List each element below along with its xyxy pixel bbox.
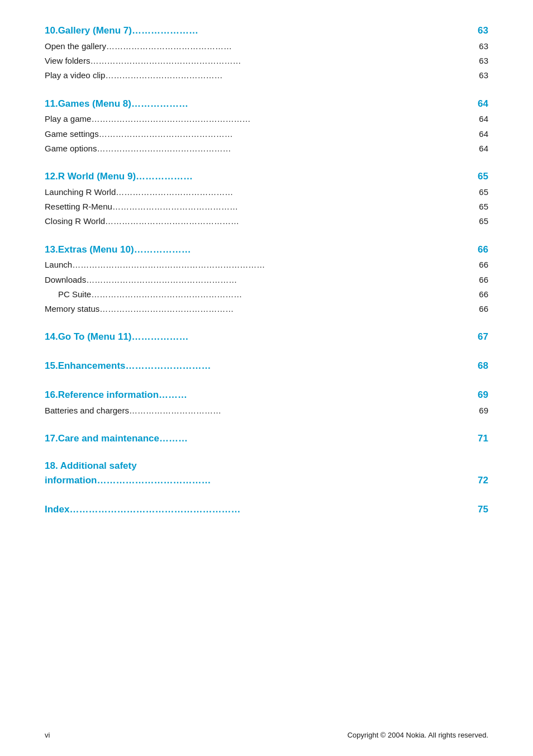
toc-item-page: 64 [477, 141, 488, 156]
toc-item-label: Downloads [45, 273, 86, 287]
toc-heading-enhancements[interactable]: 15.Enhancements ……………………… 68 [45, 358, 488, 374]
list-item[interactable]: Memory status ………………………………………… 66 [45, 302, 488, 316]
toc-heading-index[interactable]: Index ……………………………………………… 75 [45, 501, 488, 518]
list-item[interactable]: Play a video clip …………………………………… 63 [45, 68, 488, 83]
toc-item-dots: ………………………………………… [99, 302, 475, 316]
toc-item-page: 65 [477, 214, 488, 229]
toc-heading-dots: ……… [159, 387, 475, 403]
toc-item-label: Game options [45, 141, 97, 156]
toc-item-dots: ……………………………………………… [86, 273, 475, 287]
toc-item-label: Game settings [45, 127, 99, 141]
toc-item-dots: ………………………………………… [97, 141, 475, 156]
toc-heading-label: 15.Enhancements [45, 358, 126, 374]
toc-item-dots: ……………………………………………… [90, 54, 475, 68]
toc-heading-label: 17.Care and maintenance [45, 430, 159, 447]
toc-heading-page: 69 [477, 387, 488, 403]
toc-item-page: 63 [477, 54, 488, 68]
page: 10.Gallery (Menu 7) ………………… 63 Open the … [0, 0, 533, 756]
footer-copyright: Copyright © 2004 Nokia. All rights reser… [348, 731, 488, 739]
list-item[interactable]: Resetting R-Menu ……………………………………… 65 [45, 199, 488, 214]
toc-item-label: Batteries and chargers [45, 403, 129, 418]
toc-item-dots: …………………………… [129, 403, 475, 418]
toc-heading-line2-row: information ……………………………… 72 [45, 472, 488, 489]
toc-item-label: PC Suite [58, 287, 91, 302]
toc-item-label: Open the gallery [45, 39, 106, 54]
toc-heading-dots: ……………… [136, 168, 475, 185]
toc-item-page: 65 [477, 185, 488, 199]
footer-page-label: vi [45, 731, 50, 739]
toc-section-index: Index ……………………………………………… 75 [45, 501, 488, 518]
toc-section-rworld: 12.R World (Menu 9) ……………… 65 Launching … [45, 168, 488, 229]
toc-heading-dots: ……………………… [126, 358, 475, 374]
toc-heading-reference[interactable]: 16.Reference information ……… 69 [45, 387, 488, 403]
toc-item-page: 65 [477, 199, 488, 214]
toc-section-extras: 13.Extras (Menu 10) ……………… 66 Launch ………… [45, 241, 488, 317]
toc-heading-label: 12.R World (Menu 9) [45, 168, 136, 185]
toc-item-label: Memory status [45, 302, 99, 316]
list-item[interactable]: Downloads ……………………………………………… 66 [45, 273, 488, 287]
list-item[interactable]: Batteries and chargers …………………………… 69 [45, 403, 488, 418]
list-item[interactable]: Open the gallery ……………………………………… 63 [45, 39, 488, 54]
toc-item-page: 64 [477, 127, 488, 141]
list-item[interactable]: Closing R World ………………………………………… 65 [45, 214, 488, 229]
toc-item-dots: ………………………………………… [105, 214, 475, 229]
list-item[interactable]: Game settings ………………………………………… 64 [45, 127, 488, 141]
toc-heading-games[interactable]: 11.Games (Menu 8) ……………… 64 [45, 96, 488, 112]
toc-item-dots: …………………………………… [105, 68, 475, 83]
list-item[interactable]: Play a game ………………………………………………… 64 [45, 112, 488, 126]
toc-heading-dots: ……… [159, 430, 475, 447]
toc-heading-page: 75 [477, 501, 488, 518]
toc-heading-label: 10.Gallery (Menu 7) [45, 22, 132, 39]
toc-heading-page: 63 [477, 22, 488, 39]
toc-item-dots: ……………………………………… [112, 199, 475, 214]
toc-item-label: Resetting R-Menu [45, 199, 112, 214]
toc-item-dots: …………………………………… [116, 185, 475, 199]
toc-section-games: 11.Games (Menu 8) ……………… 64 Play a game … [45, 96, 488, 156]
toc-heading-dots: ………………… [132, 22, 475, 39]
toc-heading-page: 65 [477, 168, 488, 185]
toc-item-page: 66 [477, 302, 488, 316]
toc-item-label: Launch [45, 258, 72, 272]
toc-item-dots: ………………………………………… [99, 127, 475, 141]
list-item[interactable]: PC Suite ……………………………………………… 66 [45, 287, 488, 302]
toc-section-additional: 18. Additional safety information ………………… [45, 459, 488, 489]
list-item[interactable]: Launch …………………………………………………………… 66 [45, 258, 488, 272]
list-item[interactable]: Game options ………………………………………… 64 [45, 141, 488, 156]
toc-heading-page: 67 [477, 329, 488, 345]
toc-item-dots: ………………………………………………… [91, 112, 475, 126]
toc-heading-dots: ……………… [131, 96, 475, 112]
toc-heading-care[interactable]: 17.Care and maintenance ……… 71 [45, 430, 488, 447]
toc-item-page: 66 [477, 273, 488, 287]
toc-heading-label: 16.Reference information [45, 387, 159, 403]
list-item[interactable]: View folders ……………………………………………… 63 [45, 54, 488, 68]
toc-heading-label: Index [45, 501, 69, 518]
toc-heading-page: 71 [477, 430, 488, 447]
toc-item-page: 69 [477, 403, 488, 418]
toc-section-goto: 14.Go To (Menu 11) ……………… 67 [45, 329, 488, 345]
toc-item-label: View folders [45, 54, 90, 68]
toc-heading-dots: ……………………………… [97, 472, 475, 489]
toc-heading-line1: 18. Additional safety [45, 459, 488, 473]
toc-heading-gallery[interactable]: 10.Gallery (Menu 7) ………………… 63 [45, 22, 488, 39]
toc-heading-rworld[interactable]: 12.R World (Menu 9) ……………… 65 [45, 168, 488, 185]
toc-item-page: 64 [477, 112, 488, 126]
toc-item-page: 66 [477, 287, 488, 302]
toc-heading-page: 66 [477, 241, 488, 258]
toc-heading-extras[interactable]: 13.Extras (Menu 10) ……………… 66 [45, 241, 488, 258]
toc-item-page: 63 [477, 68, 488, 83]
toc-item-label: Play a video clip [45, 68, 105, 83]
toc-heading-goto[interactable]: 14.Go To (Menu 11) ……………… 67 [45, 329, 488, 345]
toc-heading-page: 64 [477, 96, 488, 112]
toc-heading-dots: ……………………………………………… [69, 501, 475, 518]
toc-heading-dots: ……………… [132, 329, 475, 345]
toc-item-dots: ……………………………………… [106, 39, 475, 54]
toc-heading-label: 13.Extras (Menu 10) [45, 241, 134, 258]
toc-heading-dots: ……………… [134, 241, 475, 258]
toc-heading-page: 72 [477, 472, 488, 489]
toc-item-page: 63 [477, 39, 488, 54]
toc-heading-additional[interactable]: 18. Additional safety information ………………… [45, 459, 488, 489]
toc-heading-label: 11.Games (Menu 8) [45, 96, 131, 112]
toc-item-dots: …………………………………………………………… [72, 258, 475, 272]
list-item[interactable]: Launching R World …………………………………… 65 [45, 185, 488, 199]
toc-item-page: 66 [477, 258, 488, 272]
